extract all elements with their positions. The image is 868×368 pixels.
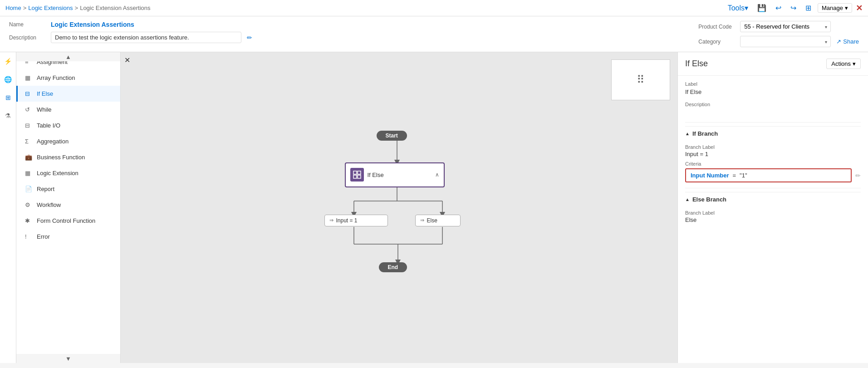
canvas-area[interactable]: ✕ ⠿ xyxy=(121,52,677,363)
ifelse-node[interactable]: If Else ∧ xyxy=(345,162,445,187)
sidebar-item-report[interactable]: 📄 Report xyxy=(16,181,120,197)
criteria-box: Input Number = "1" xyxy=(685,168,852,182)
diagram-icon[interactable]: ⊞ xyxy=(4,92,13,103)
top-bar: Home > Logic Extensions > Logic Extensio… xyxy=(0,0,868,16)
if-else-icon: ⊟ xyxy=(25,90,32,97)
undo-button[interactable]: ↩ xyxy=(773,3,784,13)
category-label: Category xyxy=(698,39,735,45)
sidebar-item-report-label: Report xyxy=(37,186,54,192)
if-branch-label-label: Branch Label xyxy=(685,144,861,150)
flow-container: Start If Else ∧ xyxy=(309,131,490,285)
sidebar-item-logic-extension-label: Logic Extension xyxy=(37,170,78,177)
if-branch-toggle-icon[interactable]: ▲ xyxy=(685,131,690,136)
save-icon-button[interactable]: 💾 xyxy=(755,3,769,13)
left-menu-items: ≡ Assignment ▦ Array Function ⊟ If Else … xyxy=(16,52,120,246)
ifelse-node-icon xyxy=(350,168,364,182)
logic-extension-icon: ▦ xyxy=(25,170,32,177)
end-node: End xyxy=(379,262,407,272)
sidebar-item-while[interactable]: ↺ While xyxy=(16,102,120,118)
rp-else-branch-section[interactable]: ▲ Else Branch xyxy=(685,192,861,206)
start-node: Start xyxy=(377,131,407,141)
flow-diagram: Start If Else ∧ xyxy=(121,52,677,363)
sidebar-item-business-function[interactable]: 💼 Business Function xyxy=(16,149,120,165)
rp-divider-2 xyxy=(685,188,861,188)
product-code-row: Product Code 55 - Reserved for Clients ▾ xyxy=(698,21,859,32)
description-input[interactable] xyxy=(51,32,241,43)
globe-icon[interactable]: 🌐 xyxy=(2,74,14,85)
ifelse-node-chevron[interactable]: ∧ xyxy=(435,172,439,178)
sidebar-item-table-io[interactable]: ⊟ Table I/O xyxy=(16,118,120,133)
name-value: Logic Extension Assertions xyxy=(51,21,134,28)
breadcrumb-sep2: > xyxy=(75,5,78,11)
ifelse-icon-svg xyxy=(353,170,362,179)
close-button[interactable]: ✕ xyxy=(856,3,863,13)
breadcrumb-sep1: > xyxy=(23,5,27,11)
else-branch-toggle-icon[interactable]: ▲ xyxy=(685,197,690,202)
criteria-field-name: Input Number xyxy=(691,172,729,179)
sidebar-item-workflow[interactable]: ⚙ Workflow xyxy=(16,197,120,213)
breadcrumb-logic-extensions[interactable]: Logic Extensions xyxy=(28,5,73,11)
branch-right-icon: ⇒ xyxy=(420,217,424,223)
description-label: Description xyxy=(9,34,45,41)
scroll-bottom-button[interactable]: ▼ xyxy=(16,354,120,363)
plug-icon[interactable]: ⚡ xyxy=(2,56,14,67)
criteria-label: Criteria xyxy=(685,161,861,167)
svg-rect-10 xyxy=(358,171,361,174)
branch-right-node[interactable]: ⇒ Else xyxy=(415,215,461,226)
error-icon: ! xyxy=(25,233,32,240)
sidebar-item-form-control-label: Form Control Function xyxy=(37,217,95,224)
form-control-icon: ✱ xyxy=(25,217,32,224)
description-row: Description ✏ xyxy=(9,32,680,43)
manage-button[interactable]: Manage ▾ xyxy=(818,3,852,13)
share-icon: ↗ xyxy=(836,38,841,45)
sidebar-item-logic-extension[interactable]: ▦ Logic Extension xyxy=(16,165,120,181)
translate-button[interactable]: ⊞ xyxy=(803,3,814,13)
sidebar-icons: ⚡ 🌐 ⊞ ⚗ xyxy=(0,52,16,363)
share-label: Share xyxy=(843,38,859,45)
else-branch-label-value: Else xyxy=(685,216,861,223)
breadcrumb-home[interactable]: Home xyxy=(5,5,21,11)
product-code-select-wrapper: 55 - Reserved for Clients ▾ xyxy=(740,21,831,32)
business-function-icon: 💼 xyxy=(25,154,32,161)
sidebar-item-error-label: Error xyxy=(37,233,50,240)
actions-arrow-icon: ▾ xyxy=(853,60,856,67)
rp-description-field: Description xyxy=(685,102,861,117)
redo-button[interactable]: ↪ xyxy=(788,3,799,13)
branch-left-node[interactable]: ⇒ Input = 1 xyxy=(324,215,388,226)
rp-if-branch-label-field: Branch Label Input = 1 xyxy=(685,144,861,157)
svg-rect-11 xyxy=(353,175,357,178)
canvas-toolbar: ✕ xyxy=(124,56,130,64)
start-node-label: Start xyxy=(386,132,398,139)
rp-if-branch-section[interactable]: ▲ If Branch xyxy=(685,126,861,141)
else-branch-label-label: Branch Label xyxy=(685,210,861,216)
name-row: Name Logic Extension Assertions xyxy=(9,21,680,28)
sidebar-item-if-else[interactable]: ⊟ If Else xyxy=(16,86,120,102)
right-panel-title: If Else xyxy=(685,59,708,69)
criteria-row: Input Number = "1" ✏ xyxy=(685,168,861,182)
criteria-edit-icon[interactable]: ✏ xyxy=(855,172,861,179)
actions-button[interactable]: Actions ▾ xyxy=(826,59,861,69)
branch-left-label: Input = 1 xyxy=(336,217,358,224)
rp-criteria-field: Criteria Input Number = "1" ✏ xyxy=(685,161,861,182)
scroll-top-button[interactable]: ▲ xyxy=(16,52,120,61)
rp-description-label: Description xyxy=(685,102,861,107)
sidebar-item-array-function[interactable]: ▦ Array Function xyxy=(16,70,120,86)
actions-label: Actions xyxy=(831,60,851,67)
rp-divider-1 xyxy=(685,122,861,123)
sidebar-item-form-control[interactable]: ✱ Form Control Function xyxy=(16,213,120,229)
flask-icon[interactable]: ⚗ xyxy=(3,110,13,121)
share-button[interactable]: ↗ Share xyxy=(836,38,859,45)
end-node-label: End xyxy=(388,264,398,270)
canvas-close-button[interactable]: ✕ xyxy=(124,56,130,64)
sidebar-item-error[interactable]: ! Error xyxy=(16,229,120,245)
workflow-icon: ⚙ xyxy=(25,201,32,208)
product-code-select[interactable]: 55 - Reserved for Clients xyxy=(740,21,831,32)
branch-left-icon: ⇒ xyxy=(329,217,333,223)
edit-icon[interactable]: ✏ xyxy=(247,34,252,41)
tools-button[interactable]: Tools ▾ xyxy=(725,3,751,13)
sidebar-item-aggregation[interactable]: Σ Aggregation xyxy=(16,133,120,149)
category-select[interactable] xyxy=(740,36,831,47)
flow-connectors xyxy=(309,131,490,285)
sidebar-item-array-function-label: Array Function xyxy=(37,74,75,81)
header-area: Name Logic Extension Assertions Descript… xyxy=(0,16,868,52)
